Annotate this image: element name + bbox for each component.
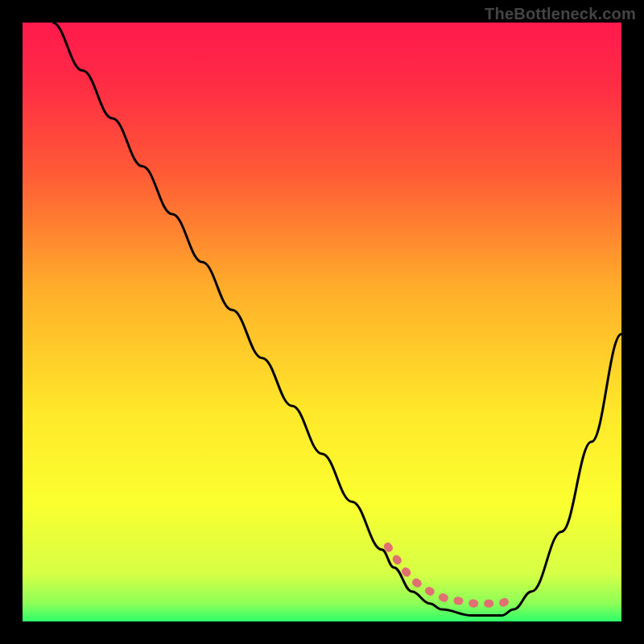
plot-area (23, 23, 621, 621)
bottleneck-curve (52, 23, 621, 616)
watermark-text: TheBottleneck.com (485, 5, 636, 23)
chart-container: TheBottleneck.com (0, 0, 644, 644)
curve-layer (23, 23, 621, 621)
optimal-band-markers (388, 547, 514, 604)
